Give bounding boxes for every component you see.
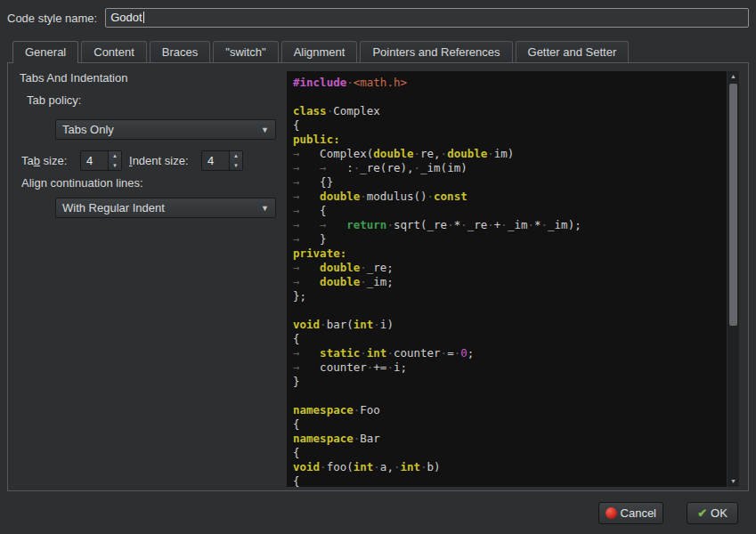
align-continuation-lines-dropdown[interactable]: With Regular Indent ▼ bbox=[55, 198, 276, 218]
tab-size-stepper[interactable]: 4 ▲ ▼ bbox=[80, 150, 122, 171]
cancel-icon bbox=[606, 507, 617, 519]
code-line bbox=[293, 303, 727, 318]
tab-size-label: Tab size: bbox=[21, 150, 67, 171]
code-line: → counter·+=·i; bbox=[293, 360, 727, 375]
code-line: namespace·Foo bbox=[293, 403, 727, 417]
code-line: → static·int·counter·=·0; bbox=[293, 346, 727, 360]
tab-size-spin-buttons: ▲ ▼ bbox=[108, 151, 121, 170]
code-line bbox=[293, 90, 727, 104]
cancel-button[interactable]: Cancel bbox=[598, 502, 663, 524]
tab-policy-dropdown[interactable]: Tabs Only ▼ bbox=[55, 119, 276, 140]
scrollbar-track[interactable] bbox=[728, 82, 739, 476]
text-cursor bbox=[143, 12, 144, 23]
code-style-name-input[interactable]: Godot bbox=[105, 8, 749, 28]
name-row: Code style name: Godot bbox=[7, 7, 749, 28]
code-line: #include·<math.h> bbox=[293, 76, 727, 90]
code-line: { bbox=[293, 417, 727, 432]
spin-up-icon[interactable]: ▲ bbox=[230, 151, 242, 161]
ok-button[interactable]: ✔ OK bbox=[687, 502, 738, 524]
code-line: { bbox=[293, 332, 727, 346]
cancel-button-label: Cancel bbox=[621, 506, 656, 520]
spin-down-icon[interactable]: ▼ bbox=[109, 161, 121, 171]
tab-getter-and-setter[interactable]: Getter and Setter bbox=[516, 41, 630, 62]
scroll-down-icon[interactable]: ▼ bbox=[728, 476, 739, 487]
chevron-down-icon: ▼ bbox=[261, 204, 269, 214]
check-icon: ✔ bbox=[697, 507, 707, 519]
dialog-button-row: Cancel ✔ OK bbox=[598, 502, 738, 524]
code-line: { bbox=[293, 446, 727, 460]
code-line: → Complex(double·re,·double·im) bbox=[293, 147, 727, 161]
code-line: → → return·sqrt(_re·*·_re·+·_im·*·_im); bbox=[293, 218, 727, 232]
ok-button-label: OK bbox=[711, 506, 728, 520]
code-preview-text: #include·<math.h>class·Complex{public:→ … bbox=[287, 71, 727, 487]
code-line: → → :·_re(re),·_im(im) bbox=[293, 161, 727, 175]
spin-up-icon[interactable]: ▲ bbox=[109, 151, 121, 161]
code-line: class·Complex bbox=[293, 104, 727, 118]
tab-policy-value: Tabs Only bbox=[62, 123, 114, 136]
general-tab-panel: Tabs And Indentation Tab policy: Tabs On… bbox=[7, 62, 749, 491]
tab-pointers-and-references[interactable]: Pointers and References bbox=[360, 41, 512, 62]
indent-size-value: 4 bbox=[202, 151, 229, 170]
code-line: private: bbox=[293, 247, 727, 261]
tab-braces[interactable]: Braces bbox=[150, 41, 210, 62]
tab-bar: General Content Braces "switch" Alignmen… bbox=[12, 41, 631, 63]
code-style-name-label: Code style name: bbox=[7, 12, 97, 25]
code-preview: #include·<math.h>class·Complex{public:→ … bbox=[287, 71, 739, 487]
indent-size-label: Indent size: bbox=[129, 150, 189, 171]
code-line: void·foo(int·a,·int·b) bbox=[293, 460, 727, 474]
code-line: void·bar(int·i) bbox=[293, 318, 727, 332]
code-line: namespace·Bar bbox=[293, 432, 727, 446]
code-line: → double·_re; bbox=[293, 261, 727, 275]
indent-size-stepper[interactable]: 4 ▲ ▼ bbox=[201, 150, 243, 171]
tab-switch[interactable]: "switch" bbox=[213, 41, 278, 62]
code-style-name-value: Godot bbox=[110, 11, 142, 24]
code-line bbox=[293, 389, 727, 403]
tab-content[interactable]: Content bbox=[81, 41, 147, 62]
tab-size-value: 4 bbox=[81, 151, 108, 170]
align-continuation-lines-value: With Regular Indent bbox=[62, 201, 165, 214]
indent-size-spin-buttons: ▲ ▼ bbox=[229, 151, 242, 170]
tab-policy-label: Tab policy: bbox=[27, 93, 81, 107]
scrollbar-thumb[interactable] bbox=[729, 84, 737, 326]
code-line: → } bbox=[293, 232, 727, 247]
code-line: }; bbox=[293, 289, 727, 303]
code-line: { bbox=[293, 474, 727, 487]
code-line: → double·modulus()·const bbox=[293, 190, 727, 204]
align-continuation-lines-label: Align continuation lines: bbox=[21, 176, 143, 190]
code-line: → { bbox=[293, 204, 727, 218]
tab-alignment[interactable]: Alignment bbox=[281, 41, 358, 62]
tab-general[interactable]: General bbox=[12, 41, 78, 63]
code-line: } bbox=[293, 375, 727, 389]
tabs-and-indentation-group-title: Tabs And Indentation bbox=[20, 71, 127, 85]
preview-scrollbar[interactable]: ▲ ▼ bbox=[727, 71, 739, 487]
scroll-up-icon[interactable]: ▲ bbox=[728, 71, 739, 82]
code-line: { bbox=[293, 118, 727, 133]
code-line: → {} bbox=[293, 175, 727, 190]
chevron-down-icon: ▼ bbox=[261, 125, 269, 135]
spin-down-icon[interactable]: ▼ bbox=[230, 161, 242, 171]
code-line: public: bbox=[293, 133, 727, 147]
code-line: → double·_im; bbox=[293, 275, 727, 289]
